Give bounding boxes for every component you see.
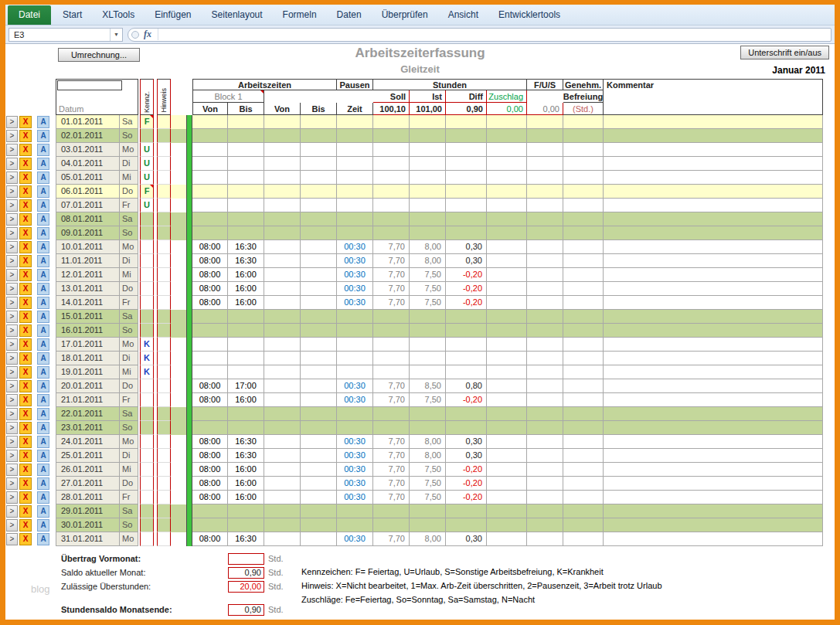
diff-cell[interactable] xyxy=(446,199,487,212)
date-cell[interactable]: 23.01.2011 xyxy=(56,421,120,435)
block1-bis-cell[interactable]: 16:30 xyxy=(228,532,264,546)
block1-bis-cell[interactable] xyxy=(228,365,264,379)
apply-row-button[interactable]: A xyxy=(37,491,49,504)
soll-cell[interactable] xyxy=(373,199,410,212)
block2-bis-cell[interactable] xyxy=(301,477,337,491)
weekday-cell[interactable]: Mo xyxy=(120,143,138,157)
diff-cell[interactable] xyxy=(446,171,487,185)
block2-von-cell[interactable] xyxy=(264,518,301,532)
befreiung-cell[interactable] xyxy=(563,365,604,379)
soll-cell[interactable] xyxy=(373,365,410,379)
total-zuschlag[interactable]: 0,00 xyxy=(487,103,527,115)
befreiung-cell[interactable] xyxy=(563,199,604,212)
hinweis-cell[interactable] xyxy=(157,532,171,546)
pause-zeit-cell[interactable] xyxy=(337,365,373,379)
befreiung-cell[interactable] xyxy=(563,518,604,532)
ist-cell[interactable]: 7,50 xyxy=(410,282,446,296)
kommentar-cell[interactable] xyxy=(604,171,823,185)
block2-bis-cell[interactable] xyxy=(301,324,337,338)
tage-cell[interactable] xyxy=(527,518,563,532)
block2-von-cell[interactable] xyxy=(264,310,301,324)
block2-von-cell[interactable] xyxy=(264,268,301,282)
weekday-cell[interactable]: So xyxy=(120,421,138,435)
befreiung-cell[interactable] xyxy=(563,352,604,365)
ist-cell[interactable] xyxy=(410,407,446,421)
weekday-cell[interactable]: Di xyxy=(120,157,138,171)
summary-value-box[interactable]: 0,90 xyxy=(228,567,264,579)
hinweis-cell[interactable] xyxy=(157,296,171,310)
kennz-cell[interactable] xyxy=(140,491,154,504)
block2-bis-cell[interactable] xyxy=(301,352,337,365)
tage-cell[interactable] xyxy=(527,185,563,199)
befreiung-cell[interactable] xyxy=(563,504,604,518)
soll-cell[interactable] xyxy=(373,212,410,226)
tage-cell[interactable] xyxy=(527,240,563,254)
kennz-cell[interactable] xyxy=(140,310,154,324)
soll-cell[interactable]: 7,70 xyxy=(373,435,410,449)
ist-cell[interactable]: 7,50 xyxy=(410,477,446,491)
insert-function-icon[interactable]: fx xyxy=(144,29,158,40)
block1-von-cell[interactable] xyxy=(192,407,228,421)
soll-cell[interactable] xyxy=(373,352,410,365)
block2-bis-cell[interactable] xyxy=(301,129,337,143)
diff-cell[interactable]: -0,20 xyxy=(446,491,487,504)
zuschlag-cell[interactable] xyxy=(487,532,527,546)
diff-cell[interactable]: 0,30 xyxy=(446,532,487,546)
apply-row-button[interactable]: A xyxy=(37,311,49,323)
block2-von-cell[interactable] xyxy=(264,282,301,296)
weekday-cell[interactable]: Sa xyxy=(120,310,138,324)
diff-cell[interactable] xyxy=(446,115,487,129)
befreiung-cell[interactable] xyxy=(563,212,604,226)
weekday-cell[interactable]: Mi xyxy=(120,268,138,282)
ist-cell[interactable] xyxy=(410,157,446,171)
weekday-cell[interactable]: Sa xyxy=(120,504,138,518)
soll-cell[interactable]: 7,70 xyxy=(373,532,410,546)
weekday-cell[interactable]: Do xyxy=(120,185,138,199)
block1-von-cell[interactable] xyxy=(192,157,228,171)
ribbon-tab-start[interactable]: Start xyxy=(53,6,92,24)
diff-cell[interactable]: -0,20 xyxy=(446,296,487,310)
kommentar-cell[interactable] xyxy=(604,212,823,226)
block2-bis-cell[interactable] xyxy=(301,421,337,435)
block2-bis-cell[interactable] xyxy=(301,435,337,449)
weekday-cell[interactable]: Sa xyxy=(120,212,138,226)
block2-bis-cell[interactable] xyxy=(301,449,337,463)
date-cell[interactable]: 18.01.2011 xyxy=(56,352,120,365)
soll-cell[interactable] xyxy=(373,185,410,199)
block1-bis-cell[interactable] xyxy=(228,199,264,212)
kommentar-cell[interactable] xyxy=(604,477,823,491)
pause-zeit-cell[interactable] xyxy=(337,407,373,421)
ribbon-tab-seitenlayout[interactable]: Seitenlayout xyxy=(202,6,273,24)
expand-row-button[interactable]: > xyxy=(6,450,18,462)
diff-cell[interactable]: -0,20 xyxy=(446,463,487,477)
hinweis-cell[interactable] xyxy=(157,129,171,143)
tage-cell[interactable] xyxy=(527,129,563,143)
expand-row-button[interactable]: > xyxy=(6,380,18,392)
expand-row-button[interactable]: > xyxy=(6,213,18,226)
unterschrift-button[interactable]: Unterschrift ein/aus xyxy=(740,46,829,59)
ist-cell[interactable] xyxy=(410,212,446,226)
zuschlag-cell[interactable] xyxy=(487,226,527,240)
hinweis-cell[interactable] xyxy=(157,365,171,379)
clear-row-button[interactable]: X xyxy=(19,172,32,184)
date-cell[interactable]: 14.01.2011 xyxy=(56,296,120,310)
block2-von-cell[interactable] xyxy=(264,171,301,185)
block1-bis-cell[interactable] xyxy=(228,324,264,338)
ist-cell[interactable]: 8,00 xyxy=(410,240,446,254)
ribbon-tab-xltools[interactable]: XLTools xyxy=(92,6,145,24)
diff-cell[interactable] xyxy=(446,407,487,421)
diff-cell[interactable] xyxy=(446,365,487,379)
weekday-cell[interactable]: So xyxy=(120,324,138,338)
zuschlag-cell[interactable] xyxy=(487,504,527,518)
soll-cell[interactable]: 7,70 xyxy=(373,296,410,310)
tage-cell[interactable] xyxy=(527,352,563,365)
kennz-cell[interactable]: K xyxy=(140,338,154,352)
block2-von-cell[interactable] xyxy=(264,435,301,449)
hinweis-cell[interactable] xyxy=(157,407,171,421)
weekday-cell[interactable]: Do xyxy=(120,379,138,393)
block2-bis-cell[interactable] xyxy=(301,296,337,310)
date-cell[interactable]: 25.01.2011 xyxy=(56,449,120,463)
tage-cell[interactable] xyxy=(527,338,563,352)
block2-von-cell[interactable] xyxy=(264,240,301,254)
pause-zeit-cell[interactable] xyxy=(337,324,373,338)
